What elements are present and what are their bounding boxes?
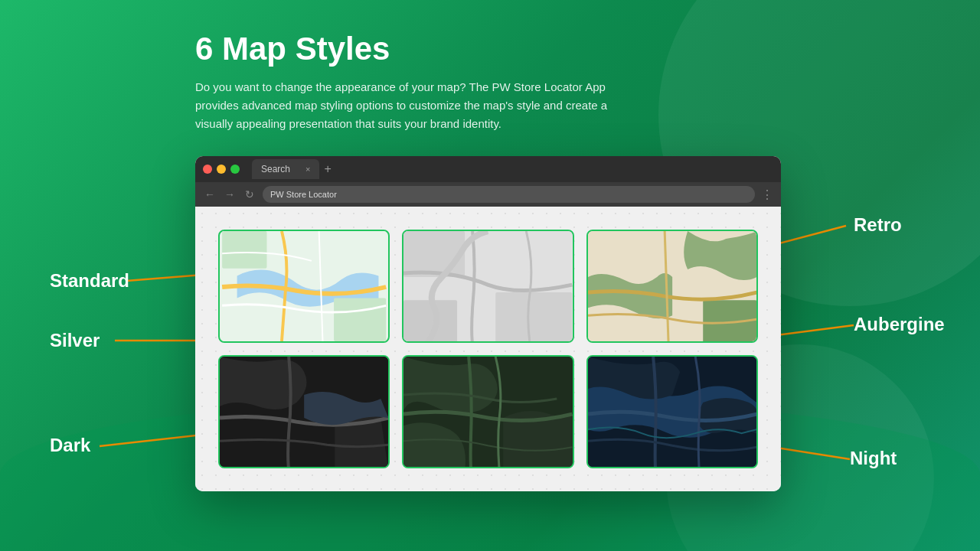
nav-forward-button[interactable]: →: [223, 188, 237, 201]
map-card-night: [586, 355, 758, 468]
minimize-dot[interactable]: [217, 165, 226, 174]
browser-toolbar: ← → ↻ PW Store Locator ⋮: [195, 182, 781, 207]
tab-close-button[interactable]: ×: [305, 165, 310, 174]
browser-menu-button[interactable]: ⋮: [761, 187, 773, 202]
map-grid: [195, 207, 781, 491]
address-text: PW Store Locator: [270, 190, 337, 199]
address-bar[interactable]: PW Store Locator: [263, 186, 755, 203]
tab-area: Search × +: [252, 159, 773, 179]
browser-titlebar: Search × +: [195, 156, 781, 182]
map-card-dark: [218, 355, 390, 468]
page-description: Do you want to change the appearance of …: [195, 78, 639, 133]
svg-rect-2: [334, 298, 386, 341]
browser-window: Search × + ← → ↻ PW Store Locator ⋮: [195, 156, 781, 491]
map-card-aubergine: [402, 355, 573, 468]
svg-rect-1: [222, 231, 266, 269]
maximize-dot[interactable]: [230, 165, 240, 174]
tab-label: Search: [261, 164, 290, 174]
new-tab-button[interactable]: +: [324, 162, 331, 176]
map-card-retro: [586, 230, 758, 343]
browser-tab[interactable]: Search ×: [252, 159, 319, 179]
svg-rect-5: [496, 292, 573, 343]
map-card-standard: [218, 230, 390, 343]
map-card-silver: [402, 230, 573, 343]
svg-rect-4: [403, 231, 465, 277]
close-dot[interactable]: [203, 165, 212, 174]
main-content: 6 Map Styles Do you want to change the a…: [0, 0, 980, 491]
nav-refresh-button[interactable]: ↻: [243, 188, 256, 201]
page-title: 6 Map Styles: [195, 31, 390, 67]
nav-back-button[interactable]: ←: [203, 188, 217, 201]
